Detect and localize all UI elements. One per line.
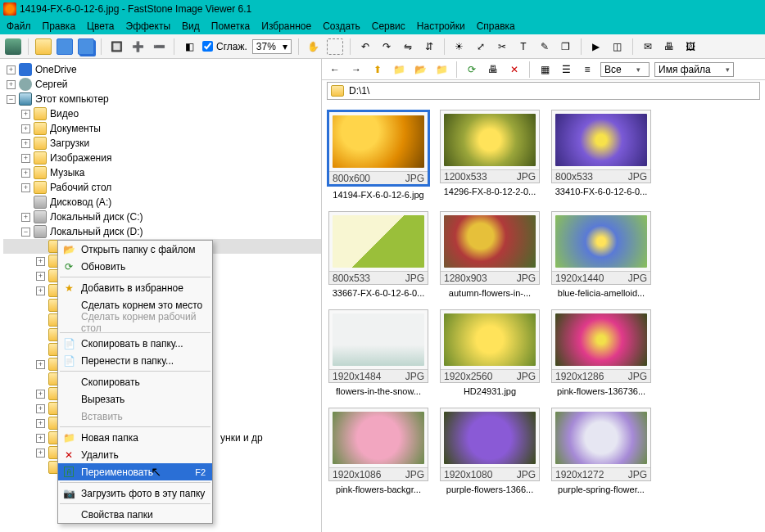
ctx-delete[interactable]: ✕Удалить — [58, 446, 212, 463]
rotate-right-icon[interactable]: ↷ — [378, 38, 395, 55]
address-bar[interactable]: D:\1\ — [327, 82, 760, 100]
acquire-icon[interactable] — [5, 38, 21, 55]
thumbnail-item[interactable]: 800x533JPG33410-FX-6-0-12-6-0... — [551, 110, 651, 200]
thumbnail-item[interactable]: 1920x1286JPGpink-flowers-136736... — [551, 309, 651, 396]
zoom-out-icon[interactable]: ➖ — [151, 38, 167, 55]
tree-video[interactable]: +Видео — [3, 106, 321, 121]
thumb-format: JPG — [628, 273, 647, 284]
hand-icon[interactable]: ✋ — [306, 38, 322, 55]
menu-effects[interactable]: Эффекты — [126, 20, 171, 32]
fav-folder-icon[interactable]: 📁 — [391, 61, 407, 78]
brightness-icon[interactable]: ☀ — [451, 38, 468, 55]
tree-images[interactable]: +Изображения — [3, 151, 321, 165]
ctx-add-fav[interactable]: ★Добавить в избранное — [58, 279, 212, 296]
draw-icon[interactable]: ✎ — [536, 38, 553, 55]
ctx-rename[interactable]: 🄰ПереименоватьF2 — [58, 463, 212, 480]
select-icon[interactable] — [327, 38, 343, 55]
compare-icon[interactable]: ◫ — [609, 38, 626, 55]
tree-docs[interactable]: +Документы — [3, 121, 321, 136]
menu-tag[interactable]: Пометка — [211, 20, 251, 32]
ctx-open-folder[interactable]: 📂Открыть папку с файлом — [58, 241, 212, 258]
thumbnail-info: 800x600JPG — [329, 171, 428, 184]
thumbnail-item[interactable]: 1920x1484JPGflowers-in-the-snow... — [328, 309, 428, 396]
print-icon[interactable]: 🖶 — [485, 61, 501, 78]
slideshow-icon[interactable]: ▶ — [588, 38, 604, 55]
view-thumbs-icon[interactable]: ▦ — [536, 61, 553, 78]
ctx-new-folder[interactable]: 📁Новая папка — [58, 429, 212, 446]
zoom-in-icon[interactable]: ➕ — [129, 38, 146, 55]
thumbnail-info: 1200x533JPG — [441, 169, 539, 183]
menu-settings[interactable]: Настройки — [417, 20, 465, 32]
tree-downloads[interactable]: +Загрузки — [3, 136, 321, 151]
menu-service[interactable]: Сервис — [372, 20, 405, 32]
tree-thispc[interactable]: −Этот компьютер — [3, 92, 321, 106]
open-icon[interactable] — [35, 38, 52, 55]
ctx-upload[interactable]: 📷Загрузить фото в эту папку — [58, 485, 212, 502]
tree-label: Локальный диск (D:) — [50, 226, 143, 237]
tree-drived[interactable]: −Локальный диск (D:) — [3, 224, 321, 239]
rotate-left-icon[interactable]: ↶ — [357, 38, 373, 55]
ctx-copy[interactable]: Скопировать — [58, 373, 212, 390]
thumbnail-item[interactable]: 1280x903JPGautumn-flowers-in-... — [440, 211, 540, 298]
thumbnail-item[interactable]: 1920x1080JPGpurple-flowers-1366... — [440, 408, 540, 494]
camera-icon: 📷 — [62, 487, 75, 500]
back-icon[interactable]: ← — [327, 61, 343, 78]
tree-user[interactable]: +Сергей — [3, 77, 321, 92]
filter-combo[interactable]: Все▾ — [600, 62, 650, 77]
tree-music[interactable]: +Музыка — [3, 165, 321, 180]
text-icon[interactable]: T — [515, 38, 532, 55]
delete-icon[interactable]: ✕ — [506, 61, 523, 78]
menu-colors[interactable]: Цвета — [87, 20, 114, 32]
email-icon[interactable]: ✉ — [640, 38, 656, 55]
menu-file[interactable]: Файл — [7, 20, 31, 32]
print-icon[interactable]: 🖶 — [661, 38, 677, 55]
menu-view[interactable]: Вид — [182, 20, 200, 32]
zoom-combo[interactable]: 37% ▾ — [252, 39, 292, 54]
sort-combo[interactable]: Имя файла▾ — [654, 62, 734, 77]
view-list-icon[interactable]: ☰ — [558, 61, 574, 78]
thumbnail-item[interactable]: 1920x2560JPGHD24931.jpg — [440, 309, 540, 396]
menu-create[interactable]: Создать — [323, 20, 360, 32]
folder-icon[interactable]: 📁 — [433, 61, 450, 78]
tree-onedrive[interactable]: +OneDrive — [3, 62, 321, 77]
ctx-copy-to[interactable]: 📄Скопировать в папку... — [58, 335, 212, 352]
tree-desktop[interactable]: +Рабочий стол — [3, 180, 321, 195]
thumb-filename: 14194-FX-6-0-12-6.jpg — [333, 190, 423, 200]
view-mode-icon[interactable]: ◧ — [181, 38, 197, 55]
smooth-checkbox[interactable]: Сглаж. — [202, 41, 247, 52]
save-all-icon[interactable] — [78, 38, 94, 55]
menu-fav[interactable]: Избранное — [261, 20, 311, 32]
thumbnail-item[interactable]: 1920x1086JPGpink-flowers-backgr... — [328, 408, 428, 494]
thumb-dimensions: 800x600 — [333, 173, 370, 184]
up-icon[interactable]: ⬆ — [369, 61, 386, 78]
menu-help[interactable]: Справка — [477, 20, 515, 32]
history-icon[interactable]: 📂 — [412, 61, 428, 78]
smooth-check-input[interactable] — [202, 41, 213, 52]
forward-icon[interactable]: → — [348, 61, 364, 78]
ctx-refresh[interactable]: ⟳Обновить — [58, 258, 212, 275]
resize-icon[interactable]: ⤢ — [473, 38, 489, 55]
copy-to-icon: 📄 — [62, 337, 75, 350]
flip-v-icon[interactable]: ⇵ — [421, 38, 437, 55]
tree-drivea[interactable]: Дисковод (A:) — [3, 195, 321, 210]
flip-h-icon[interactable]: ⇋ — [400, 38, 416, 55]
ctx-props[interactable]: Свойства папки — [58, 506, 212, 523]
crop-icon[interactable]: ✂ — [494, 38, 510, 55]
thumbnail-item[interactable]: 1920x1440JPGblue-felicia-amelloid... — [551, 211, 651, 298]
thumb-format: JPG — [405, 173, 424, 184]
thumbnail-item[interactable]: 800x533JPG33667-FX-6-0-12-6-0... — [328, 211, 428, 298]
view-details-icon[interactable]: ≡ — [579, 61, 595, 78]
thumbnail-item[interactable]: 800x600JPG14194-FX-6-0-12-6.jpg — [328, 110, 428, 200]
tree-drivec[interactable]: +Локальный диск (C:) — [3, 210, 321, 224]
save-icon[interactable] — [57, 38, 73, 55]
zoom-fit-icon[interactable]: 🔲 — [108, 38, 124, 55]
ctx-move-to[interactable]: 📄Перенести в папку... — [58, 352, 212, 369]
thumbnail-item[interactable]: 1920x1272JPGpurple-spring-flower... — [551, 408, 651, 494]
thumbnail-item[interactable]: 1200x533JPG14296-FX-8-0-12-2-0... — [440, 110, 540, 200]
wallpaper-icon[interactable]: 🖼 — [682, 38, 699, 55]
ctx-cut[interactable]: Вырезать — [58, 390, 212, 408]
refresh-icon[interactable]: ⟳ — [464, 61, 480, 78]
menu-edit[interactable]: Правка — [43, 20, 76, 32]
thumb-filename: purple-flowers-1366... — [446, 485, 533, 494]
clone-icon[interactable]: ❐ — [558, 38, 574, 55]
